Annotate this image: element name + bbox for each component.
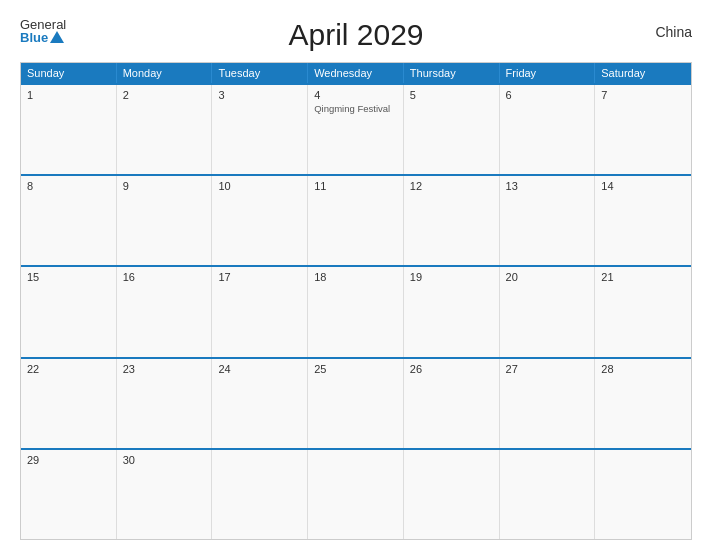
day-number: 27 bbox=[506, 363, 589, 375]
cal-cell-12: 12 bbox=[404, 176, 500, 265]
cal-cell-empty bbox=[404, 450, 500, 539]
cal-cell-14: 14 bbox=[595, 176, 691, 265]
day-number: 6 bbox=[506, 89, 589, 101]
day-number: 2 bbox=[123, 89, 206, 101]
cal-cell-18: 18 bbox=[308, 267, 404, 356]
day-number: 15 bbox=[27, 271, 110, 283]
cal-cell-11: 11 bbox=[308, 176, 404, 265]
cal-cell-15: 15 bbox=[21, 267, 117, 356]
day-number: 29 bbox=[27, 454, 110, 466]
cal-cell-2: 2 bbox=[117, 85, 213, 174]
logo-blue-text: Blue bbox=[20, 31, 64, 44]
cal-cell-7: 7 bbox=[595, 85, 691, 174]
day-number: 22 bbox=[27, 363, 110, 375]
holiday-label: Qingming Festival bbox=[314, 103, 397, 114]
week-row-4: 22232425262728 bbox=[21, 357, 691, 448]
day-number: 3 bbox=[218, 89, 301, 101]
cal-cell-29: 29 bbox=[21, 450, 117, 539]
day-number: 26 bbox=[410, 363, 493, 375]
cal-cell-6: 6 bbox=[500, 85, 596, 174]
cal-cell-20: 20 bbox=[500, 267, 596, 356]
cal-cell-4: 4Qingming Festival bbox=[308, 85, 404, 174]
cal-cell-8: 8 bbox=[21, 176, 117, 265]
cal-cell-26: 26 bbox=[404, 359, 500, 448]
day-number: 4 bbox=[314, 89, 397, 101]
calendar-header-row: SundayMondayTuesdayWednesdayThursdayFrid… bbox=[21, 63, 691, 83]
day-number: 30 bbox=[123, 454, 206, 466]
cal-cell-28: 28 bbox=[595, 359, 691, 448]
day-number: 20 bbox=[506, 271, 589, 283]
header-day-sunday: Sunday bbox=[21, 63, 117, 83]
week-row-3: 15161718192021 bbox=[21, 265, 691, 356]
day-number: 8 bbox=[27, 180, 110, 192]
cal-cell-5: 5 bbox=[404, 85, 500, 174]
cal-cell-30: 30 bbox=[117, 450, 213, 539]
cal-cell-empty bbox=[595, 450, 691, 539]
day-number: 17 bbox=[218, 271, 301, 283]
cal-cell-27: 27 bbox=[500, 359, 596, 448]
header-day-thursday: Thursday bbox=[404, 63, 500, 83]
cal-cell-17: 17 bbox=[212, 267, 308, 356]
cal-cell-3: 3 bbox=[212, 85, 308, 174]
day-number: 25 bbox=[314, 363, 397, 375]
weeks-container: 1234Qingming Festival5678910111213141516… bbox=[21, 83, 691, 539]
cal-cell-19: 19 bbox=[404, 267, 500, 356]
day-number: 16 bbox=[123, 271, 206, 283]
day-number: 21 bbox=[601, 271, 685, 283]
cal-cell-empty bbox=[500, 450, 596, 539]
header: General Blue April 2029 China bbox=[20, 18, 692, 52]
day-number: 24 bbox=[218, 363, 301, 375]
day-number: 28 bbox=[601, 363, 685, 375]
cal-cell-22: 22 bbox=[21, 359, 117, 448]
day-number: 9 bbox=[123, 180, 206, 192]
week-row-2: 891011121314 bbox=[21, 174, 691, 265]
logo-triangle-icon bbox=[50, 31, 64, 43]
day-number: 14 bbox=[601, 180, 685, 192]
cal-cell-24: 24 bbox=[212, 359, 308, 448]
cal-cell-empty bbox=[212, 450, 308, 539]
header-day-wednesday: Wednesday bbox=[308, 63, 404, 83]
day-number: 10 bbox=[218, 180, 301, 192]
day-number: 5 bbox=[410, 89, 493, 101]
logo: General Blue bbox=[20, 18, 66, 44]
day-number: 13 bbox=[506, 180, 589, 192]
header-day-tuesday: Tuesday bbox=[212, 63, 308, 83]
cal-cell-1: 1 bbox=[21, 85, 117, 174]
week-row-1: 1234Qingming Festival567 bbox=[21, 83, 691, 174]
cal-cell-21: 21 bbox=[595, 267, 691, 356]
cal-cell-empty bbox=[308, 450, 404, 539]
page: General Blue April 2029 China SundayMond… bbox=[0, 0, 712, 550]
cal-cell-16: 16 bbox=[117, 267, 213, 356]
day-number: 19 bbox=[410, 271, 493, 283]
calendar-title: April 2029 bbox=[288, 18, 423, 52]
cal-cell-23: 23 bbox=[117, 359, 213, 448]
week-row-5: 2930 bbox=[21, 448, 691, 539]
header-day-friday: Friday bbox=[500, 63, 596, 83]
day-number: 11 bbox=[314, 180, 397, 192]
header-day-monday: Monday bbox=[117, 63, 213, 83]
cal-cell-25: 25 bbox=[308, 359, 404, 448]
day-number: 7 bbox=[601, 89, 685, 101]
cal-cell-13: 13 bbox=[500, 176, 596, 265]
day-number: 23 bbox=[123, 363, 206, 375]
day-number: 1 bbox=[27, 89, 110, 101]
calendar: SundayMondayTuesdayWednesdayThursdayFrid… bbox=[20, 62, 692, 540]
cal-cell-10: 10 bbox=[212, 176, 308, 265]
header-day-saturday: Saturday bbox=[595, 63, 691, 83]
day-number: 18 bbox=[314, 271, 397, 283]
cal-cell-9: 9 bbox=[117, 176, 213, 265]
day-number: 12 bbox=[410, 180, 493, 192]
country-label: China bbox=[655, 24, 692, 40]
